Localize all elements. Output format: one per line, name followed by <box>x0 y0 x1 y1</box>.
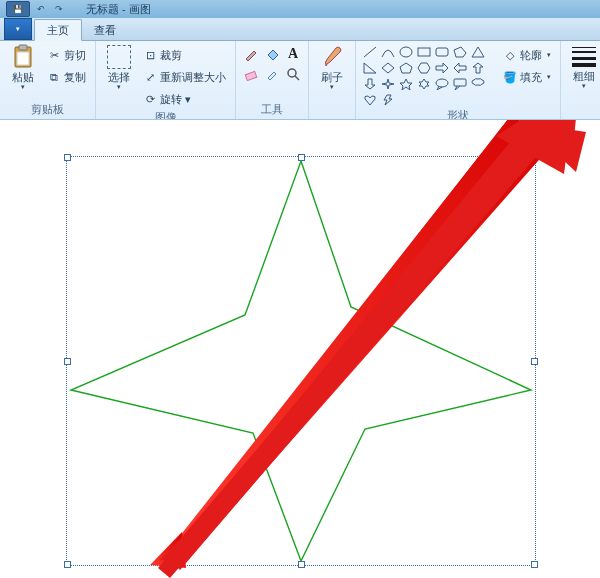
text-tool[interactable]: A <box>284 45 302 63</box>
shape-heart[interactable] <box>362 93 378 107</box>
svg-rect-8 <box>418 48 430 56</box>
svg-point-7 <box>400 47 412 57</box>
svg-marker-21 <box>400 79 412 90</box>
group-label-brushes <box>330 104 333 119</box>
svg-marker-28 <box>542 120 576 154</box>
window-title: 无标题 - 画图 <box>86 2 151 17</box>
rotate-button[interactable]: ⟳旋转 ▾ <box>140 89 229 109</box>
shape-roundrect[interactable] <box>434 45 450 59</box>
shape-arrow-right[interactable] <box>434 61 450 75</box>
pencil-tool[interactable] <box>242 45 260 63</box>
svg-point-23 <box>436 79 448 87</box>
shape-callout-cloud[interactable] <box>470 77 486 91</box>
crop-icon: ⊡ <box>143 48 157 62</box>
shape-hexagon[interactable] <box>416 61 432 75</box>
cut-button[interactable]: ✂剪切 <box>44 45 89 65</box>
svg-marker-11 <box>472 47 484 57</box>
shape-polygon[interactable] <box>452 45 468 59</box>
canvas[interactable] <box>0 120 600 578</box>
svg-rect-3 <box>245 71 256 80</box>
copy-button[interactable]: ⧉复制 <box>44 67 89 87</box>
shape-arrow-down[interactable] <box>362 77 378 91</box>
titlebar: 💾 ↶ ↷ 无标题 - 画图 <box>0 0 600 18</box>
svg-marker-18 <box>473 63 483 73</box>
quick-access-toolbar: 💾 ↶ ↷ <box>6 1 66 17</box>
selection-box[interactable] <box>66 156 536 566</box>
eraser-tool[interactable] <box>242 65 260 83</box>
handle-mid-right[interactable] <box>531 358 538 365</box>
handle-top-left[interactable] <box>64 154 71 161</box>
shape-arrow-up[interactable] <box>470 61 486 75</box>
group-weight: 粗细 ▾ <box>561 41 600 119</box>
chevron-down-icon: ▾ <box>185 93 191 106</box>
drawn-4point-star <box>67 157 535 565</box>
handle-top-mid[interactable] <box>298 154 305 161</box>
shape-callout-rect[interactable] <box>452 77 468 91</box>
handle-bot-left[interactable] <box>64 561 71 568</box>
handle-bot-mid[interactable] <box>298 561 305 568</box>
handle-mid-left[interactable] <box>64 358 71 365</box>
weight-button[interactable]: 粗细 ▾ <box>567 45 600 90</box>
shape-oval[interactable] <box>398 45 414 59</box>
crop-button[interactable]: ⊡裁剪 <box>140 45 229 65</box>
group-label-shapes: 形状 <box>447 107 469 120</box>
fill-button[interactable]: 🪣填充▾ <box>500 67 554 87</box>
chevron-down-icon: ▾ <box>330 83 334 91</box>
shape-line[interactable] <box>362 45 378 59</box>
app-menu-button[interactable]: ▾ <box>4 18 32 40</box>
copy-icon: ⧉ <box>47 70 61 84</box>
svg-marker-15 <box>418 63 430 73</box>
tab-view[interactable]: 查看 <box>82 20 128 40</box>
ribbon-tabs: 主页 查看 <box>0 18 600 41</box>
outline-icon: ◇ <box>503 48 517 62</box>
svg-rect-9 <box>436 48 448 56</box>
svg-marker-17 <box>454 63 466 73</box>
tab-home[interactable]: 主页 <box>34 19 82 41</box>
shape-triangle[interactable] <box>470 45 486 59</box>
svg-rect-2 <box>17 52 29 65</box>
svg-marker-13 <box>382 63 394 73</box>
paste-button[interactable]: 粘贴 ▾ <box>6 45 40 91</box>
magnifier-tool[interactable] <box>284 65 302 83</box>
brushes-button[interactable]: 刷子 ▾ <box>315 45 349 91</box>
scissors-icon: ✂ <box>47 48 61 62</box>
shape-5star[interactable] <box>398 77 414 91</box>
group-shapes: ◇轮廓▾ 🪣填充▾ 形状 <box>356 41 561 119</box>
handle-top-right[interactable] <box>531 154 538 161</box>
group-tools: A 工具 <box>236 41 309 119</box>
group-image: 选择 ▾ ⊡裁剪 ⤢重新调整大小 ⟳旋转 ▾ 图像 <box>96 41 236 119</box>
svg-rect-24 <box>454 79 466 86</box>
shape-pentagon[interactable] <box>398 61 414 75</box>
chevron-down-icon: ▾ <box>547 73 551 81</box>
redo-icon[interactable]: ↷ <box>52 2 66 16</box>
shape-right-triangle[interactable] <box>362 61 378 75</box>
chevron-down-icon: ▾ <box>117 83 121 91</box>
resize-button[interactable]: ⤢重新调整大小 <box>140 67 229 87</box>
fill-icon: 🪣 <box>503 70 517 84</box>
shape-callout-round[interactable] <box>434 77 450 91</box>
clipboard-icon <box>11 45 35 69</box>
outline-button[interactable]: ◇轮廓▾ <box>500 45 554 65</box>
svg-marker-34 <box>524 120 580 158</box>
shape-curve[interactable] <box>380 45 396 59</box>
selection-icon <box>107 45 131 69</box>
brush-icon <box>320 45 344 69</box>
fill-tool[interactable] <box>263 45 281 63</box>
svg-marker-10 <box>454 47 466 57</box>
group-label-tools: 工具 <box>261 101 283 119</box>
chevron-down-icon: ▾ <box>547 51 551 59</box>
shape-arrow-left[interactable] <box>452 61 468 75</box>
svg-marker-20 <box>382 79 394 89</box>
shape-gallery[interactable] <box>362 45 492 107</box>
save-icon[interactable]: 💾 <box>6 1 30 17</box>
shape-4star[interactable] <box>380 77 396 91</box>
shape-6star[interactable] <box>416 77 432 91</box>
picker-tool[interactable] <box>263 65 281 83</box>
shape-lightning[interactable] <box>380 93 396 107</box>
handle-bot-right[interactable] <box>531 561 538 568</box>
shape-rect[interactable] <box>416 45 432 59</box>
svg-marker-14 <box>400 63 412 73</box>
select-button[interactable]: 选择 ▾ <box>102 45 136 91</box>
undo-icon[interactable]: ↶ <box>34 2 48 16</box>
shape-diamond[interactable] <box>380 61 396 75</box>
